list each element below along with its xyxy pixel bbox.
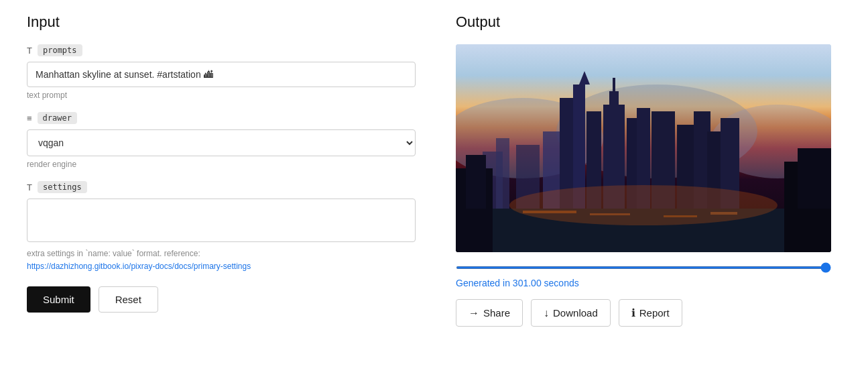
prompts-type-icon: T	[27, 46, 32, 56]
generated-label: Generated in	[456, 278, 513, 288]
report-icon: ℹ	[631, 307, 635, 319]
input-panel: Input T prompts text prompt ≡ drawer vqg…	[27, 13, 416, 327]
prompt-hint: text prompt	[27, 91, 416, 100]
report-label: Report	[639, 307, 670, 319]
share-label: Share	[483, 307, 510, 319]
prompts-header: T prompts	[27, 44, 416, 56]
output-panel: Output	[456, 13, 841, 327]
svg-rect-9	[496, 138, 509, 209]
report-button[interactable]: ℹ Report	[619, 299, 682, 327]
output-title: Output	[456, 13, 841, 31]
form-buttons: Submit Reset	[27, 286, 416, 313]
svg-rect-17	[609, 91, 619, 105]
drawer-header: ≡ drawer	[27, 112, 416, 124]
drawer-hint: render engine	[27, 160, 416, 169]
svg-rect-18	[613, 78, 615, 91]
settings-hint-link[interactable]: https://dazhizhong.gitbook.io/pixray-doc…	[27, 262, 251, 271]
settings-badge: settings	[38, 181, 87, 193]
download-icon: ↓	[544, 307, 549, 319]
prompts-badge: prompts	[38, 44, 82, 56]
prompt-input[interactable]	[27, 62, 416, 87]
image-progress-slider[interactable]	[456, 266, 831, 269]
generated-info: Generated in 301.00 seconds	[456, 278, 841, 288]
svg-marker-14	[579, 71, 590, 85]
settings-hint: extra settings in `name: value` format. …	[27, 247, 416, 273]
drawer-list-icon: ≡	[27, 113, 32, 123]
download-label: Download	[553, 307, 598, 319]
generated-seconds: 301.00	[513, 278, 542, 288]
image-slider-container	[456, 260, 841, 271]
share-icon: →	[469, 307, 479, 319]
settings-type-icon: T	[27, 182, 32, 192]
reset-button[interactable]: Reset	[99, 286, 158, 313]
drawer-badge: drawer	[38, 112, 77, 124]
skyline-svg	[456, 44, 831, 252]
settings-input[interactable]	[27, 199, 416, 242]
svg-point-30	[509, 185, 778, 225]
svg-rect-27	[466, 155, 486, 209]
input-title: Input	[27, 13, 416, 31]
action-buttons: → Share ↓ Download ℹ Report	[456, 299, 841, 327]
drawer-section: ≡ drawer vqgan diffusion pixray render e…	[27, 112, 416, 169]
submit-button[interactable]: Submit	[27, 286, 90, 313]
download-button[interactable]: ↓ Download	[531, 299, 611, 327]
settings-section: T settings extra settings in `name: valu…	[27, 181, 416, 273]
share-button[interactable]: → Share	[456, 299, 523, 327]
output-image-container	[456, 44, 831, 252]
settings-hint-text: extra settings in `name: value` format. …	[27, 249, 200, 258]
generated-unit: seconds	[542, 278, 579, 288]
svg-rect-29	[798, 148, 831, 209]
render-engine-select[interactable]: vqgan diffusion pixray	[27, 129, 416, 156]
settings-header: T settings	[27, 181, 416, 193]
prompts-section: T prompts text prompt	[27, 44, 416, 100]
output-image	[456, 44, 831, 252]
